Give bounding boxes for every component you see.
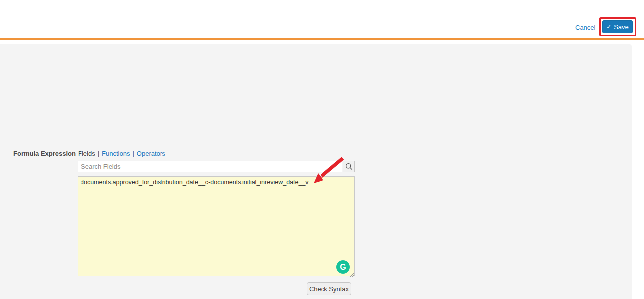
check-icon: ✓ (606, 24, 611, 30)
header-bar: Cancel ✓ Save (0, 0, 644, 38)
tab-separator: | (98, 150, 99, 157)
page: Cancel ✓ Save Formula Expression Fields … (0, 0, 644, 299)
formula-expression-textarea[interactable]: documents.approved_for_distribution_date… (78, 176, 355, 276)
resize-handle-icon[interactable] (349, 270, 354, 276)
cancel-link[interactable]: Cancel (575, 24, 595, 31)
search-fields-input[interactable] (78, 161, 342, 172)
field-type-tabs: Fields | Functions | Operators (78, 150, 165, 157)
search-icon (345, 163, 353, 170)
formula-expression-label: Formula Expression (13, 150, 76, 157)
save-button-label: Save (614, 23, 629, 31)
tab-separator: | (132, 150, 134, 157)
tab-operators[interactable]: Operators (137, 150, 165, 157)
accent-divider (0, 38, 644, 40)
tab-fields[interactable]: Fields (78, 150, 95, 157)
save-button[interactable]: ✓ Save (602, 20, 633, 33)
tab-functions[interactable]: Functions (102, 150, 130, 157)
grammarly-icon[interactable]: G (336, 260, 350, 274)
check-syntax-button[interactable]: Check Syntax (307, 282, 351, 295)
search-button[interactable] (343, 161, 355, 172)
